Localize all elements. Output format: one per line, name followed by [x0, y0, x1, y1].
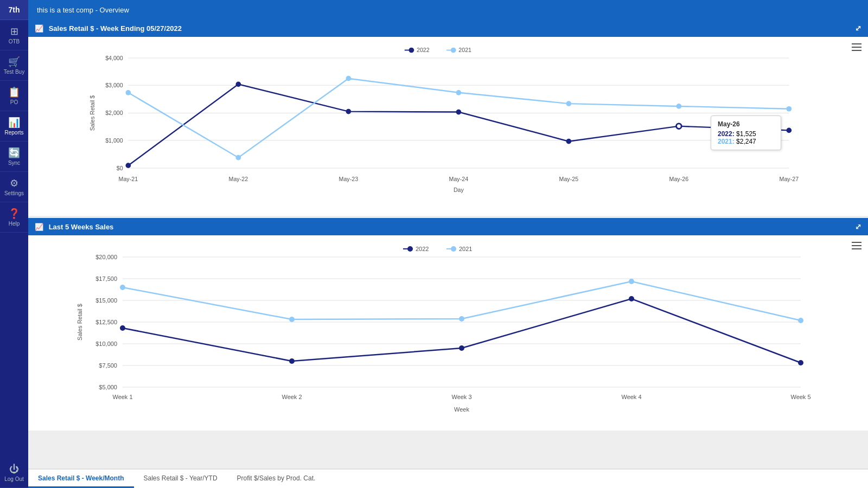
- chart1-expand-icon[interactable]: ⤢: [855, 24, 861, 33]
- tab-year-ytd[interactable]: Sales Retail $ - Year/YTD: [134, 470, 227, 488]
- svg-text:$17,500: $17,500: [95, 275, 117, 282]
- svg-text:$5,000: $5,000: [99, 384, 117, 390]
- chart2-line-icon: 📈: [35, 223, 43, 231]
- app-logo[interactable]: 7th: [0, 0, 28, 20]
- sidebar: 7th ⊞ OTB 🛒 Test Buy 📋 PO 📊 Reports 🔄 Sy…: [0, 0, 28, 488]
- svg-text:May-24: May-24: [449, 176, 469, 182]
- svg-rect-25: [852, 245, 861, 246]
- chart1-dot-2021-1: [236, 155, 241, 160]
- chart1-dot-2021-0: [126, 90, 131, 95]
- sidebar-item-test-buy[interactable]: 🛒 Test Buy: [0, 50, 28, 81]
- chart2-line-2021: [123, 281, 801, 320]
- chart2-title: 📈 Last 5 Weeks Sales: [35, 223, 113, 231]
- chart1-header: 📈 Sales Retail $ - Week Ending 05/27/202…: [28, 20, 868, 37]
- chart1-legend-2022-label: 2022: [417, 47, 430, 53]
- svg-text:$15,000: $15,000: [95, 297, 117, 304]
- logout-icon: ⏻: [9, 464, 19, 475]
- chart2-expand-icon[interactable]: ⤢: [855, 222, 861, 231]
- chart1-dot-2022-6: [787, 128, 792, 133]
- chart1-dot-2022-5: [676, 124, 682, 129]
- sidebar-item-label-po: PO: [10, 99, 18, 105]
- chart2-line-2022: [123, 299, 801, 363]
- chart2-legend-2022-label: 2022: [416, 246, 429, 252]
- svg-text:Week: Week: [454, 406, 469, 413]
- svg-text:May-25: May-25: [559, 176, 579, 182]
- chart1-body: 2022 2021 $4,000 $3,000 $2,000 $1,000 $0: [28, 37, 868, 216]
- sidebar-item-help[interactable]: ❓ Help: [0, 202, 28, 233]
- chart1-line-icon: 📈: [35, 24, 43, 33]
- chart1-dot-2022-4: [566, 139, 572, 144]
- sidebar-item-settings[interactable]: ⚙ Settings: [0, 172, 28, 202]
- svg-text:$1,000: $1,000: [105, 137, 123, 144]
- sidebar-item-logout[interactable]: ⏻ Log Out: [0, 458, 28, 488]
- chart2-menu-icon[interactable]: [852, 242, 861, 252]
- chart1-line-2022: [128, 84, 789, 165]
- chart2-dot-2022-2: [459, 345, 464, 351]
- main-content: this is a test comp - Overview 📈 Sales R…: [28, 0, 868, 488]
- topbar: this is a test comp - Overview: [28, 0, 868, 20]
- chart1-dot-2022-3: [456, 110, 462, 115]
- sidebar-item-reports[interactable]: 📊 Reports: [0, 111, 28, 142]
- svg-rect-2: [852, 50, 861, 51]
- svg-text:May-21: May-21: [119, 176, 138, 182]
- chart2-dot-2021-4: [798, 318, 803, 323]
- chart2-dot-2022-0: [120, 325, 125, 331]
- tab-week-month[interactable]: Sales Retail $ - Week/Month: [28, 470, 134, 488]
- svg-text:$3,000: $3,000: [105, 82, 123, 88]
- chart1-dot-2021-2: [346, 76, 352, 81]
- tab-profit[interactable]: Profit $/Sales by Prod. Cat.: [227, 470, 326, 488]
- bottom-tabs: Sales Retail $ - Week/Month Sales Retail…: [28, 468, 868, 488]
- sidebar-item-otb[interactable]: ⊞ OTB: [0, 20, 28, 50]
- chart2-dot-2021-1: [289, 317, 295, 322]
- svg-text:Week 3: Week 3: [451, 394, 471, 400]
- sidebar-item-label-help: Help: [9, 221, 20, 227]
- svg-text:$0: $0: [117, 165, 123, 171]
- svg-text:May-23: May-23: [339, 176, 359, 182]
- chart1-dot-2021-5: [676, 104, 682, 109]
- chart1-dot-2022-1: [236, 82, 241, 87]
- chart1-container: 📈 Sales Retail $ - Week Ending 05/27/202…: [28, 20, 868, 216]
- svg-text:Sales Retail $: Sales Retail $: [76, 304, 83, 341]
- svg-text:Week 1: Week 1: [112, 394, 132, 400]
- test-buy-icon: 🛒: [8, 56, 20, 68]
- sync-icon: 🔄: [8, 147, 20, 159]
- svg-text:Week 2: Week 2: [282, 394, 302, 400]
- chart2-dot-2021-2: [459, 316, 464, 322]
- svg-text:$7,500: $7,500: [99, 362, 117, 369]
- charts-area: 📈 Sales Retail $ - Week Ending 05/27/202…: [28, 20, 868, 468]
- sidebar-item-po[interactable]: 📋 PO: [0, 81, 28, 111]
- page-title: this is a test comp - Overview: [37, 6, 129, 14]
- svg-text:May-26: May-26: [669, 176, 689, 182]
- svg-rect-24: [852, 242, 861, 243]
- otb-icon: ⊞: [10, 25, 18, 37]
- svg-text:Day: Day: [454, 187, 464, 193]
- svg-text:$2,000: $2,000: [105, 110, 123, 116]
- sidebar-item-sync[interactable]: 🔄 Sync: [0, 142, 28, 172]
- sidebar-item-label-otb: OTB: [9, 38, 20, 44]
- svg-rect-0: [852, 43, 861, 44]
- chart2-dot-2022-1: [289, 358, 295, 364]
- svg-text:$20,000: $20,000: [95, 254, 117, 260]
- sidebar-item-label-test-buy: Test Buy: [4, 69, 24, 75]
- settings-icon: ⚙: [10, 177, 18, 189]
- chart2-dot-2021-3: [629, 279, 634, 284]
- chart2-header: 📈 Last 5 Weeks Sales ⤢: [28, 218, 868, 235]
- chart1-dot-2022-0: [126, 163, 131, 168]
- chart2-dot-2022-3: [629, 296, 634, 301]
- chart1-legend-2021-label: 2021: [458, 47, 471, 53]
- reports-icon: 📊: [8, 117, 20, 129]
- chart1-menu-icon[interactable]: [852, 43, 861, 53]
- svg-text:$4,000: $4,000: [105, 55, 123, 61]
- sidebar-item-label-sync: Sync: [8, 160, 20, 166]
- svg-text:$12,500: $12,500: [95, 319, 117, 325]
- chart2-dot-2021-0: [120, 285, 125, 290]
- chart1-dot-2021-3: [456, 90, 462, 95]
- chart1-title: 📈 Sales Retail $ - Week Ending 05/27/202…: [35, 24, 182, 33]
- svg-text:May-27: May-27: [780, 176, 799, 182]
- chart2-legend-2021-label: 2021: [459, 246, 472, 252]
- svg-rect-1: [852, 47, 861, 48]
- svg-text:$10,000: $10,000: [95, 341, 117, 347]
- svg-text:Week 5: Week 5: [790, 394, 810, 400]
- sidebar-item-label-settings: Settings: [4, 190, 24, 196]
- chart1-dot-2022-2: [346, 109, 352, 114]
